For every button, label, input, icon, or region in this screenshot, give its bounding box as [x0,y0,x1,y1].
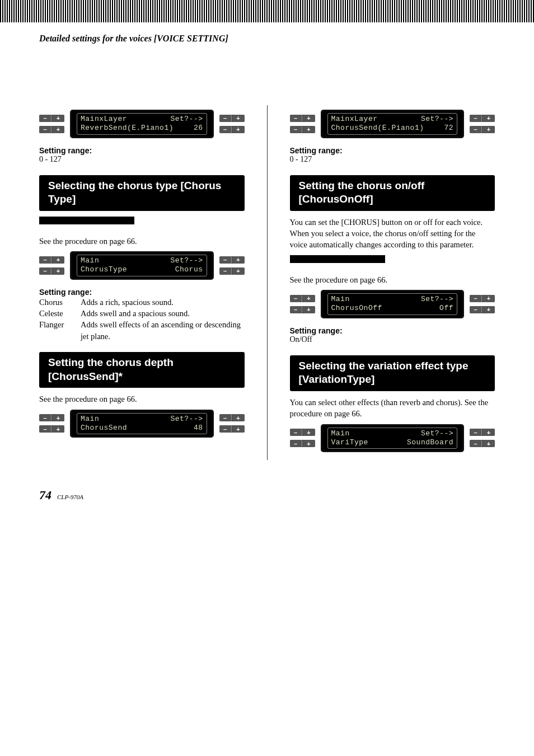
adjust-buttons-top-left[interactable]: –+ [39,256,64,264]
lcd-text: ReverbSend(E.Piano1) [81,124,174,133]
minus-button[interactable]: – [290,295,302,302]
adjust-buttons-bot-left[interactable]: –+ [290,126,315,133]
plus-button[interactable]: + [483,126,495,133]
adjust-buttons-top-left[interactable]: –+ [290,429,315,436]
adjust-buttons-top-right[interactable]: –+ [470,429,495,436]
minus-button[interactable]: – [290,440,302,447]
adjust-buttons-top-right[interactable]: –+ [219,256,245,264]
plus-button[interactable]: + [232,126,245,133]
adjust-buttons-bot-right[interactable]: –+ [470,440,495,447]
minus-button[interactable]: – [39,267,51,275]
model-label: CLP-970A [57,494,83,500]
adjust-buttons-bot-right[interactable]: –+ [470,306,495,313]
lcd-text: 72 [444,124,453,133]
plus-button[interactable]: + [483,440,495,447]
heading-chorus-type: Selecting the chorus type [Chorus Type] [39,175,245,211]
adjust-buttons-bot-right[interactable]: –+ [219,126,245,133]
plus-button[interactable]: + [52,414,64,421]
adjust-buttons-top-left[interactable]: –+ [39,414,64,421]
minus-button[interactable]: – [39,126,51,133]
plus-button[interactable]: + [52,256,64,264]
adjust-buttons-bot-left[interactable]: –+ [290,306,315,313]
heading-variation-type: Selecting the variation effect type [Var… [290,355,495,391]
setting-range-value: On/Off [290,335,495,344]
minus-button[interactable]: – [470,440,482,447]
minus-button[interactable]: – [39,414,51,421]
adjust-buttons-bot-right[interactable]: –+ [219,267,245,275]
setting-range-label: Setting range: [290,146,495,155]
minus-button[interactable]: – [219,267,232,275]
plus-button[interactable]: + [232,256,245,264]
minus-button[interactable]: – [470,429,482,436]
adjust-buttons-top-left[interactable]: –+ [290,115,315,122]
adjust-buttons-top-right[interactable]: –+ [219,115,245,122]
minus-button[interactable]: – [290,115,302,122]
setting-range-label: Setting range: [290,326,495,335]
lcd-text: Set?--> [421,115,453,124]
setting-range-value: 0 - 127 [290,155,495,164]
adjust-buttons-top-left[interactable]: –+ [39,115,64,122]
adjust-buttons-bot-right[interactable]: –+ [219,425,245,433]
plus-button[interactable]: + [52,267,64,275]
lcd-text: ChorusSend(E.Piano1) [331,124,424,133]
plus-button[interactable]: + [232,414,245,421]
adjust-buttons-bot-left[interactable]: –+ [39,425,64,433]
minus-button[interactable]: – [219,115,232,122]
lcd-text: MainxLayer [331,115,378,124]
see-procedure: See the procedure on page 66. [39,393,245,405]
plus-button[interactable]: + [232,425,245,433]
page-footer: 74 CLP-970A [0,477,534,519]
minus-button[interactable]: – [290,126,302,133]
adjust-buttons-top-right[interactable]: –+ [470,115,495,122]
plus-button[interactable]: + [483,429,495,436]
lcd-text: Set?--> [421,295,453,304]
lcd-text: Set?--> [170,115,203,124]
minus-button[interactable]: – [219,425,232,433]
plus-button[interactable]: + [483,295,495,302]
heading-chorus-send: Setting the chorus depth [ChorusSend]* [39,352,245,388]
lcd-text: Main [331,429,350,438]
redacted-bar [39,217,134,224]
setting-range-label: Setting range: [39,288,245,297]
adjust-buttons-top-right[interactable]: –+ [219,414,245,421]
minus-button[interactable]: – [39,256,51,264]
minus-button[interactable]: – [219,256,232,264]
plus-button[interactable]: + [303,429,315,436]
plus-button[interactable]: + [483,115,495,122]
adjust-buttons-bot-right[interactable]: –+ [470,126,495,133]
adjust-buttons-bot-left[interactable]: –+ [39,267,64,275]
minus-button[interactable]: – [39,115,51,122]
minus-button[interactable]: – [470,126,482,133]
minus-button[interactable]: – [470,295,482,302]
plus-button[interactable]: + [303,126,315,133]
minus-button[interactable]: – [290,429,302,436]
redacted-bar [290,255,385,263]
minus-button[interactable]: – [39,425,51,433]
range-key: Chorus [39,297,81,308]
range-key: Celeste [39,308,81,319]
column-divider [267,105,268,460]
plus-button[interactable]: + [52,115,64,122]
minus-button[interactable]: – [290,306,302,313]
plus-button[interactable]: + [303,115,315,122]
minus-button[interactable]: – [470,115,482,122]
body-chorus-onoff: You can set the [CHORUS] button on or of… [290,217,495,251]
lcd-text: Off [439,304,453,313]
adjust-buttons-top-right[interactable]: –+ [470,295,495,302]
minus-button[interactable]: – [219,414,232,421]
adjust-buttons-top-left[interactable]: –+ [290,295,315,302]
plus-button[interactable]: + [303,306,315,313]
adjust-buttons-bot-left[interactable]: –+ [290,440,315,447]
plus-button[interactable]: + [232,267,245,275]
plus-button[interactable]: + [52,126,64,133]
plus-button[interactable]: + [303,440,315,447]
plus-button[interactable]: + [52,425,64,433]
minus-button[interactable]: – [219,126,232,133]
adjust-buttons-bot-left[interactable]: –+ [39,126,64,133]
lcd-chorus-onoff: –+ –+ MainSet?--> ChorusOnOffOff –+ –+ [290,290,495,318]
page-section-title: Detailed settings for the voices [VOICE … [39,34,495,44]
plus-button[interactable]: + [483,306,495,313]
plus-button[interactable]: + [303,295,315,302]
plus-button[interactable]: + [232,115,245,122]
minus-button[interactable]: – [470,306,482,313]
